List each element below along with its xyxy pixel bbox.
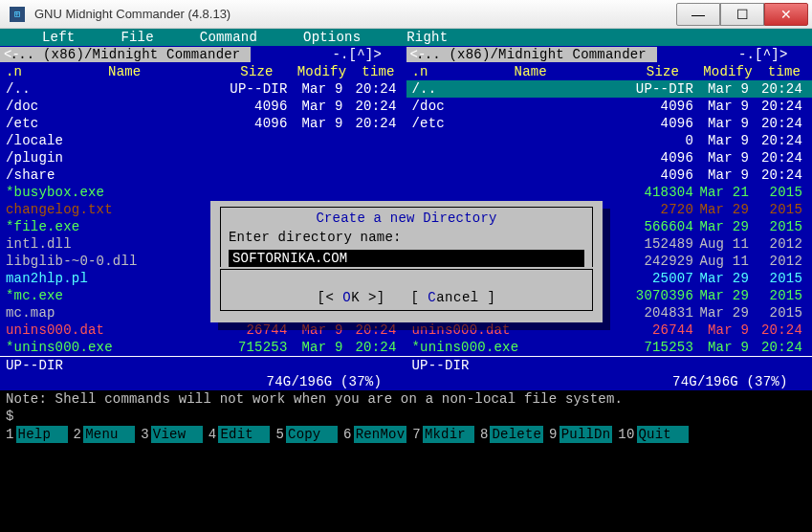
- menu-file[interactable]: File: [98, 29, 176, 46]
- file-row[interactable]: /etc 4096 Mar 9 20:24: [406, 115, 813, 132]
- directory-name-input[interactable]: SOFTORNIKA.COM: [229, 250, 584, 267]
- fkey-pulldn[interactable]: 9PullDn: [543, 426, 612, 443]
- left-summary: UP--DIR: [0, 356, 406, 373]
- file-row[interactable]: *unins000.exe 715253 Mar 9 20:24: [0, 339, 406, 356]
- file-row[interactable]: unins000.dat 26744 Mar 9 20:24: [406, 321, 813, 339]
- file-row[interactable]: *unins000.exe 715253 Mar 9 20:24: [406, 339, 813, 356]
- right-panel-path[interactable]: ... (x86)/Midnight Commander: [406, 47, 657, 62]
- app-window: ⊞ GNU Midnight Commander (4.8.13) — ☐ ✕ …: [0, 0, 812, 532]
- file-row[interactable]: unins000.dat 26744 Mar 9 20:24: [0, 321, 406, 339]
- function-keys: 1Help 2Menu 3View 4Edit 5Copy 6RenMov 7M…: [0, 425, 812, 444]
- file-row[interactable]: 0 Mar 9 20:24: [406, 132, 813, 149]
- left-panel-header: .n Name Size Modify time: [0, 63, 406, 80]
- right-panel-corner[interactable]: <-: [410, 46, 427, 63]
- terminal: Left File Command Options Right <- ... (…: [0, 29, 812, 532]
- dialog-label: Enter directory name:: [221, 227, 592, 248]
- fkey-help[interactable]: 1Help: [0, 426, 68, 443]
- close-button[interactable]: ✕: [764, 3, 808, 26]
- fkey-view[interactable]: 3View: [135, 426, 203, 443]
- window-title: GNU Midnight Commander (4.8.13): [31, 7, 676, 21]
- dialog-title: Create a new Directory: [221, 210, 592, 227]
- maximize-button[interactable]: ☐: [720, 3, 764, 26]
- fkey-renmov[interactable]: 6RenMov: [338, 426, 406, 443]
- note-text: Note: Shell commands will not work when …: [6, 390, 806, 408]
- ok-button[interactable]: [< OK >]: [318, 290, 385, 305]
- app-icon: ⊞: [10, 7, 25, 22]
- titlebar[interactable]: ⊞ GNU Midnight Commander (4.8.13) — ☐ ✕: [0, 0, 812, 29]
- right-panel-header: .n Name Size Modify time: [406, 63, 813, 80]
- shell-prompt[interactable]: $: [6, 408, 806, 425]
- fkey-delete[interactable]: 8Delete: [474, 426, 543, 443]
- fkey-menu[interactable]: 2Menu: [68, 426, 136, 443]
- fkey-edit[interactable]: 4Edit: [203, 426, 271, 443]
- fkey-copy[interactable]: 5Copy: [270, 426, 338, 443]
- menu-left[interactable]: Left: [19, 29, 98, 46]
- right-panel-nav[interactable]: -.[^]>: [738, 46, 788, 63]
- file-row[interactable]: /locale: [0, 132, 406, 149]
- file-row[interactable]: /doc 4096 Mar 9 20:24: [406, 98, 813, 115]
- fkey-mkdir[interactable]: 7Mkdir: [406, 426, 474, 443]
- menu-right[interactable]: Right: [384, 29, 471, 46]
- minimize-button[interactable]: —: [676, 3, 720, 26]
- file-row[interactable]: /.. UP--DIR Mar 9 20:24: [406, 80, 813, 98]
- mkdir-dialog: Create a new Directory Enter directory n…: [210, 201, 603, 322]
- file-row[interactable]: /plugin: [0, 149, 406, 166]
- left-panel-path[interactable]: ... (x86)/Midnight Commander: [0, 47, 251, 62]
- left-disk-info: 74G/196G (37%): [0, 373, 406, 390]
- file-row[interactable]: 4096 Mar 9 20:24: [406, 149, 813, 166]
- menu-command[interactable]: Command: [177, 29, 280, 46]
- menu-bar: Left File Command Options Right: [0, 29, 812, 46]
- file-row[interactable]: *busybox.exe: [0, 184, 406, 201]
- file-row[interactable]: /doc 4096 Mar 9 20:24: [0, 98, 406, 115]
- menu-options[interactable]: Options: [280, 29, 384, 46]
- left-panel-nav[interactable]: -.[^]>: [332, 46, 382, 63]
- right-summary: UP--DIR: [406, 356, 813, 373]
- file-row[interactable]: /etc 4096 Mar 9 20:24: [0, 115, 406, 132]
- left-panel-corner[interactable]: <-: [4, 46, 20, 63]
- fkey-quit[interactable]: 10Quit: [612, 426, 688, 443]
- file-row[interactable]: /.. UP--DIR Mar 9 20:24: [0, 80, 406, 98]
- right-disk-info: 74G/196G (37%): [406, 373, 813, 390]
- file-row[interactable]: 4096 Mar 9 20:24: [406, 166, 813, 184]
- file-row[interactable]: /share: [0, 166, 406, 184]
- file-row[interactable]: 418304 Mar 21 2015: [406, 184, 813, 201]
- cancel-button[interactable]: [ Cancel ]: [410, 290, 495, 305]
